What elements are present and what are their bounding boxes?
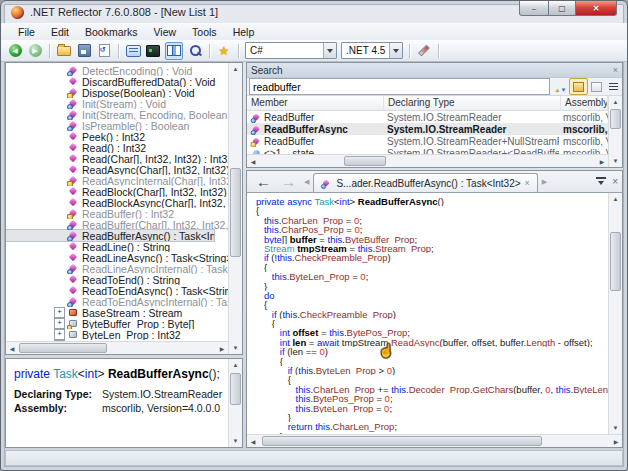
scroll-down-icon[interactable]: ▼ (610, 422, 622, 434)
code-close-icon[interactable]: × (612, 176, 618, 187)
minimize-button[interactable]: – (519, 1, 549, 16)
tree-item[interactable]: ReadBuffer(Char[], Int32, Int32, Boolean… (6, 219, 228, 230)
tree-item[interactable]: ReadBufferAsync() : Task<Int32> (6, 230, 214, 241)
language-select[interactable]: C# (245, 42, 337, 59)
history-back-icon[interactable]: ← (251, 173, 276, 191)
tab-scroll-right-icon[interactable]: ▶ (539, 178, 550, 186)
tree-item[interactable]: +ByteLen_Prop : Int32 (6, 329, 228, 340)
tree-item[interactable]: ReadToEndAsync() : Task<String> (6, 285, 228, 296)
scrollbar-thumb[interactable] (610, 109, 621, 129)
disassembler-button[interactable] (145, 43, 161, 59)
scroll-up-icon[interactable]: ▲ (230, 63, 242, 75)
history-forward-icon[interactable]: → (276, 173, 301, 191)
assembly-list-button[interactable] (125, 43, 141, 59)
expand-icon[interactable]: + (54, 329, 65, 340)
tree-item[interactable]: Init(Stream) : Void (6, 98, 228, 109)
tree-item[interactable]: Read(Char[], Int32, Int32) : Int32 (6, 153, 228, 164)
scroll-down-icon[interactable]: ▼ (610, 155, 622, 167)
tree-horizontal-scrollbar[interactable]: ◀ ▶ (6, 341, 228, 354)
menu-item-edit[interactable]: Edit (44, 25, 76, 39)
code-horizontal-scrollbar[interactable]: ◀ ▶ (247, 434, 622, 447)
tree-item[interactable]: ReadAsync(Char[], Int32, Int32) : Task<I… (6, 164, 228, 175)
details-vertical-scrollbar[interactable]: ▲ ▼ (228, 359, 242, 447)
readasync-link[interactable]: ReadAsync (391, 338, 440, 347)
menu-item-tools[interactable]: Tools (185, 25, 224, 39)
back-button[interactable]: ◀ (7, 43, 23, 59)
tree-item[interactable]: ReadLineAsyncInternal() : Task<String> (6, 263, 228, 274)
tree-item[interactable]: ReadToEndAsyncInternal() : Task<String> (6, 296, 228, 307)
expand-icon[interactable]: + (54, 307, 65, 318)
results-horizontal-scrollbar[interactable]: ◀ ▶ (247, 154, 608, 167)
column-header-assembly[interactable]: Assembly (561, 96, 608, 110)
bookmarks-button[interactable]: ★ (216, 43, 232, 59)
scrollbar-thumb[interactable] (262, 436, 542, 446)
scrollbar-thumb[interactable] (230, 168, 241, 257)
scroll-left-icon[interactable]: ◀ (247, 435, 259, 447)
tree-item[interactable]: ReadBlock(Char[], Int32, Int32) : Int32 (6, 186, 228, 197)
tree-item[interactable]: ReadToEnd() : String (6, 274, 228, 285)
search-types-toggle[interactable] (588, 79, 605, 94)
code-tab[interactable]: S...ader.ReadBufferAsync() : Task<Int32>… (313, 173, 537, 192)
analyzer-button[interactable] (416, 43, 432, 59)
tree-item[interactable]: Read() : Int32 (6, 142, 228, 153)
scroll-up-icon[interactable]: ▲ (610, 96, 622, 108)
tab-scroll-left-icon[interactable]: ◀ (301, 178, 312, 186)
search-members-toggle[interactable] (569, 78, 588, 95)
tree-vertical-scrollbar[interactable]: ▲ ▼ (228, 63, 242, 354)
title-bar[interactable]: .NET Reflector 7.6.0.808 - [New List 1] … (1, 1, 627, 23)
tree-item[interactable]: Init(Stream, Encoding, Boolean, Int32, B… (6, 109, 228, 120)
tree-item[interactable]: DetectEncoding() : Void (6, 65, 228, 76)
tree-item[interactable]: Dispose(Boolean) : Void (6, 87, 228, 98)
scroll-right-icon[interactable]: ▶ (610, 435, 622, 447)
column-header-declaring-type[interactable]: Declaring Type (384, 96, 561, 110)
tab-list-icon[interactable] (596, 177, 606, 186)
tree-item[interactable]: ReadBlockAsync(Char[], Int32, Int32) : T… (6, 197, 228, 208)
tree-item[interactable]: DiscardBufferedData() : Void (6, 76, 228, 87)
scroll-down-icon[interactable]: ▼ (230, 342, 242, 354)
tree-item[interactable]: IsPreamble() : Boolean (6, 120, 228, 131)
menu-item-bookmarks[interactable]: Bookmarks (78, 25, 145, 39)
tree-item[interactable]: ReadBuffer() : Int32 (6, 208, 228, 219)
framework-select[interactable]: .NET 4.5 (341, 42, 403, 59)
maximize-button[interactable]: ▢ (549, 1, 576, 16)
tree-item[interactable]: Peek() : Int32 (6, 131, 228, 142)
save-button[interactable] (76, 43, 92, 59)
refresh-button[interactable] (96, 43, 112, 59)
scroll-down-icon[interactable]: ▼ (230, 435, 242, 447)
scroll-left-icon[interactable]: ◀ (247, 155, 259, 167)
search-button[interactable] (187, 43, 203, 59)
scrollbar-thumb[interactable] (344, 156, 386, 166)
code-view[interactable]: ☝ private async Task<int> ReadBufferAsyn… (247, 193, 608, 434)
menu-item-help[interactable]: Help (226, 25, 262, 39)
menu-item-file[interactable]: File (11, 25, 42, 39)
code-vertical-scrollbar[interactable]: ▲ ▼ (608, 193, 622, 434)
tab-close-icon[interactable]: × (525, 178, 530, 188)
expand-icon[interactable]: + (54, 318, 65, 329)
search-close-icon[interactable]: × (613, 65, 618, 75)
scrollbar-thumb[interactable] (610, 232, 621, 292)
result-row[interactable]: ReadBufferAsyncSystem.IO.StreamReadermsc… (247, 123, 608, 135)
scroll-up-icon[interactable]: ▲ (610, 193, 622, 205)
forward-button[interactable]: ▶ (27, 43, 43, 59)
search-strings-toggle[interactable] (605, 79, 622, 94)
tree-item[interactable]: +ByteBuffer_Prop : Byte[] (6, 318, 228, 329)
tree-item[interactable]: ReadLine() : String (6, 241, 228, 252)
sort-results-button[interactable] (552, 79, 569, 94)
result-row[interactable]: ReadBufferSystem.IO.StreamReader+NullStr… (247, 135, 608, 147)
result-row[interactable]: ReadBufferSystem.IO.StreamReadermscorlib… (247, 111, 608, 123)
column-header-member[interactable]: Member (247, 96, 384, 110)
split-view-button[interactable] (165, 42, 183, 60)
scroll-right-icon[interactable]: ▶ (216, 342, 228, 354)
close-button[interactable]: ✕ (576, 1, 617, 16)
tree-item[interactable]: ReadLineAsync() : Task<String> (6, 252, 228, 263)
scroll-left-icon[interactable]: ◀ (6, 342, 18, 354)
scroll-up-icon[interactable]: ▲ (230, 359, 242, 371)
scroll-right-icon[interactable]: ▶ (596, 155, 608, 167)
scrollbar-thumb[interactable] (230, 373, 241, 405)
tree-item[interactable]: ReadAsyncInternal(Char[], Int32, Int32) … (6, 175, 228, 186)
result-row[interactable]: <>1__stateSystem.IO.StreamReader+<ReadBu… (247, 147, 608, 154)
open-button[interactable] (56, 43, 72, 59)
results-vertical-scrollbar[interactable]: ▲ ▼ (608, 96, 622, 167)
menu-item-view[interactable]: View (147, 25, 184, 39)
scrollbar-thumb[interactable] (19, 343, 107, 353)
